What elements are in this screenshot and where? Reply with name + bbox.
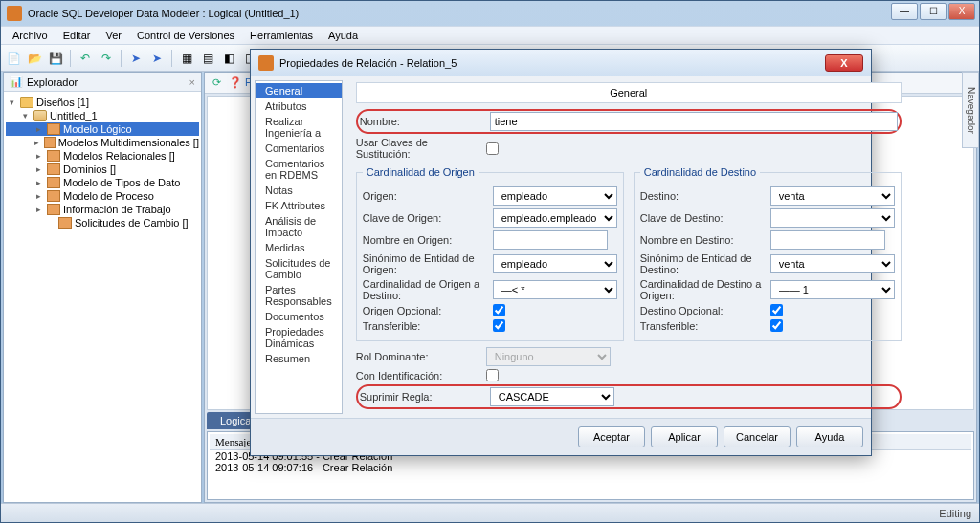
rol-dominante-select: Ninguno: [486, 347, 611, 366]
tree-modelo-logico[interactable]: ▸Modelo Lógico: [6, 122, 199, 136]
menu-herramientas[interactable]: Herramientas: [242, 28, 321, 43]
menu-ver[interactable]: Ver: [98, 28, 129, 43]
help-button[interactable]: Ayuda: [796, 426, 863, 447]
tree-item[interactable]: ▸Modelo de Proceso: [6, 189, 199, 203]
arrow2-icon[interactable]: ➤: [148, 50, 166, 67]
titlebar[interactable]: Oracle SQL Developer Data Modeler : Logi…: [1, 1, 979, 26]
card-destino-legend: Cardinalidad de Destino: [640, 166, 760, 178]
tool2-icon[interactable]: ▤: [199, 50, 216, 67]
reload-icon[interactable]: ⟳: [212, 76, 221, 89]
apply-button[interactable]: Aplicar: [651, 426, 718, 447]
dialog-buttons: Aceptar Aplicar Cancelar Ayuda: [251, 418, 871, 455]
dialog-title: Propiedades de Relación - Relation_5: [279, 57, 457, 69]
cardinalidad-origen-group: Cardinalidad de Origen Origen:empleado C…: [356, 166, 624, 341]
clave-destino-select[interactable]: [770, 208, 895, 228]
usar-claves-label: Usar Claves de Sustitución:: [356, 137, 480, 160]
relation-properties-dialog: Propiedades de Relación - Relation_5 X G…: [250, 49, 872, 456]
destino-opcional-checkbox[interactable]: [770, 304, 783, 316]
explorer-close-icon[interactable]: ×: [189, 76, 195, 88]
nombre-row: Nombre:: [356, 109, 902, 134]
sinonimo-origen-select[interactable]: empleado: [493, 254, 617, 273]
save-icon[interactable]: 💾: [47, 50, 64, 67]
nombre-label: Nombre:: [360, 116, 484, 127]
tree-root[interactable]: ▾Diseños [1]: [6, 96, 199, 109]
app-icon: [7, 6, 22, 21]
tree-item[interactable]: ▸Modelos Relacionales []: [6, 149, 199, 163]
tree-untitled[interactable]: ▾Untitled_1: [6, 109, 199, 122]
transferible-destino-checkbox[interactable]: [770, 319, 783, 332]
dialog-icon: [258, 55, 274, 71]
tree-item[interactable]: Solicitudes de Cambio []: [6, 216, 199, 229]
explorer-tab[interactable]: 📊 Explorador ×: [4, 73, 201, 92]
nav-item[interactable]: Partes Responsables: [256, 282, 342, 309]
dialog-nav: General Atributos Realizar Ingeniería a …: [255, 80, 343, 414]
card-origen-legend: Cardinalidad de Origen: [363, 166, 479, 178]
nav-item[interactable]: Comentarios en RDBMS: [256, 156, 342, 183]
arrow-icon[interactable]: ➤: [127, 50, 145, 67]
close-button[interactable]: X: [948, 3, 975, 20]
navigator-dock[interactable]: Navegador: [962, 72, 979, 148]
origen-opcional-checkbox[interactable]: [493, 304, 505, 316]
nombre-input[interactable]: [490, 112, 898, 131]
dialog-form: General Nombre: Usar Claves de Sustituci…: [346, 76, 911, 418]
menu-control-versiones[interactable]: Control de Versiones: [129, 28, 242, 43]
statusbar: Editing: [1, 503, 979, 522]
usar-claves-checkbox[interactable]: [486, 142, 499, 155]
maximize-button[interactable]: ☐: [920, 3, 947, 20]
open-icon[interactable]: 📂: [26, 50, 43, 67]
transferible-origen-checkbox[interactable]: [493, 319, 505, 332]
nav-item[interactable]: Realizar Ingeniería a: [256, 114, 342, 141]
tree-item[interactable]: ▸Modelo de Tipos de Dato: [6, 176, 199, 189]
undo-icon[interactable]: ↶: [77, 50, 94, 67]
cancel-button[interactable]: Cancelar: [724, 426, 791, 447]
nav-item[interactable]: Medidas: [256, 240, 342, 255]
menubar: Archivo Editar Ver Control de Versiones …: [1, 26, 979, 45]
tree-item[interactable]: ▸Modelos Multidimensionales []: [6, 136, 199, 149]
tool1-icon[interactable]: ▦: [178, 50, 195, 67]
tree-item[interactable]: ▸Dominios []: [6, 163, 199, 176]
clave-origen-select[interactable]: empleado.empleado PK: [493, 208, 617, 228]
card-d-o-select[interactable]: —— 1: [770, 280, 895, 299]
ok-button[interactable]: Aceptar: [578, 426, 645, 447]
explorer-panel: 📊 Explorador × ▾Diseños [1] ▾Untitled_1 …: [3, 72, 202, 503]
suprimir-regla-select[interactable]: CASCADE: [490, 387, 614, 406]
card-o-d-select[interactable]: —< *: [493, 280, 617, 299]
nombre-origen-input[interactable]: [493, 230, 608, 250]
nav-item[interactable]: Atributos: [256, 98, 342, 114]
nav-item[interactable]: Documentos: [256, 309, 342, 324]
tree-item[interactable]: ▸Información de Trabajo: [6, 203, 199, 216]
destino-select[interactable]: venta: [770, 186, 895, 206]
tool3-icon[interactable]: ◧: [220, 50, 237, 67]
suprimir-row: Suprimir Regla: CASCADE: [356, 384, 902, 409]
tree: ▾Diseños [1] ▾Untitled_1 ▸Modelo Lógico …: [4, 92, 201, 502]
sinonimo-destino-select[interactable]: venta: [770, 254, 895, 273]
status-mode: Editing: [939, 508, 971, 519]
nav-general[interactable]: General: [256, 83, 342, 98]
menu-editar[interactable]: Editar: [56, 28, 99, 43]
nav-item[interactable]: Notas: [256, 183, 342, 198]
nav-item[interactable]: FK Attributes: [256, 198, 342, 213]
menu-ayuda[interactable]: Ayuda: [321, 28, 366, 43]
explorer-tab-label: Explorador: [27, 76, 78, 88]
minimize-button[interactable]: —: [891, 3, 918, 20]
nav-item[interactable]: Propiedades Dinámicas: [256, 324, 342, 351]
dialog-close-button[interactable]: X: [825, 54, 863, 72]
section-title: General: [356, 82, 902, 103]
cardinalidad-destino-group: Cardinalidad de Destino Destino:venta Cl…: [634, 166, 902, 341]
nav-item[interactable]: Comentarios: [256, 141, 342, 156]
redo-icon[interactable]: ↷: [98, 50, 115, 67]
origen-select[interactable]: empleado: [493, 186, 617, 206]
nombre-destino-input[interactable]: [770, 230, 885, 250]
log-line: 2013-05-14 09:07:16 - Crear Relación: [210, 462, 971, 473]
nav-item[interactable]: Solicitudes de Cambio: [256, 255, 342, 282]
menu-archivo[interactable]: Archivo: [5, 28, 56, 43]
app-title: Oracle SQL Developer Data Modeler : Logi…: [28, 8, 299, 19]
nav-item[interactable]: Análisis de Impacto: [256, 213, 342, 240]
con-identificacion-checkbox[interactable]: [486, 369, 499, 381]
dialog-titlebar[interactable]: Propiedades de Relación - Relation_5 X: [251, 50, 871, 76]
app-window: Oracle SQL Developer Data Modeler : Logi…: [0, 0, 980, 523]
new-icon[interactable]: 📄: [5, 50, 22, 67]
nav-item[interactable]: Resumen: [256, 351, 342, 366]
